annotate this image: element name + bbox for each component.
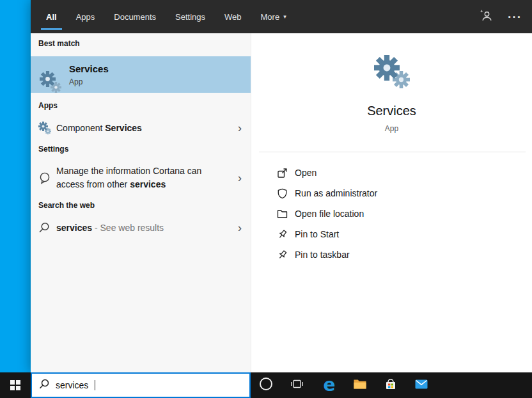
result-text: Manage the information Cortana can acces… xyxy=(56,164,227,191)
search-flyout: All Apps Documents Settings Web More ▾ xyxy=(31,0,532,372)
filter-tabs: All Apps Documents Settings Web More ▾ xyxy=(46,0,532,33)
windows-desktop: All Apps Documents Settings Web More ▾ xyxy=(0,0,532,398)
sign-in-button[interactable] xyxy=(480,9,492,24)
result-web-search[interactable]: services - See web results › xyxy=(31,216,251,239)
action-pin-to-start[interactable]: Pin to Start xyxy=(277,224,524,244)
taskbar-search-box[interactable]: services xyxy=(31,372,251,398)
folder-icon xyxy=(354,379,366,392)
text-cursor xyxy=(95,380,95,390)
result-cortana-settings[interactable]: Manage the information Cortana can acces… xyxy=(31,159,251,197)
tab-all[interactable]: All xyxy=(46,0,57,33)
edge-icon: e xyxy=(324,376,336,394)
open-launch-icon xyxy=(277,168,288,179)
best-match-result-services[interactable]: Services App xyxy=(31,56,251,93)
search-icon xyxy=(38,222,50,234)
section-header-web: Search the web xyxy=(38,201,95,210)
action-label: Pin to Start xyxy=(295,229,339,239)
best-match-subtitle: App xyxy=(69,77,82,86)
preview-subtitle: App xyxy=(251,124,532,133)
search-input-value: services xyxy=(56,380,88,390)
tab-more-label: More xyxy=(261,12,280,22)
edge-button[interactable]: e xyxy=(314,372,345,398)
cortana-circle-icon xyxy=(259,377,273,394)
section-header-apps: Apps xyxy=(38,101,58,110)
windows-logo-icon xyxy=(10,380,21,391)
user-sparkle-icon xyxy=(480,9,492,24)
file-explorer-button[interactable] xyxy=(345,372,375,398)
search-icon xyxy=(39,379,49,392)
chevron-right-icon[interactable]: › xyxy=(238,171,242,184)
result-component-services[interactable]: Component Services › xyxy=(31,116,251,139)
folder-icon xyxy=(277,209,288,219)
action-label: Pin to taskbar xyxy=(295,250,350,260)
chevron-right-icon[interactable]: › xyxy=(238,221,242,234)
tab-documents[interactable]: Documents xyxy=(114,0,156,33)
action-label: Run as administrator xyxy=(295,188,377,198)
action-open-file-location[interactable]: Open file location xyxy=(277,203,524,224)
microsoft-store-button[interactable] xyxy=(375,372,406,398)
task-view-button[interactable] xyxy=(281,372,312,398)
action-label: Open file location xyxy=(295,209,364,219)
search-filter-bar: All Apps Documents Settings Web More ▾ xyxy=(31,0,532,33)
action-run-as-administrator[interactable]: Run as administrator xyxy=(277,183,524,203)
result-text: Component Services xyxy=(56,122,168,135)
chevron-down-icon: ▾ xyxy=(283,13,286,20)
section-header-best-match: Best match xyxy=(38,39,80,48)
task-view-icon xyxy=(291,378,303,392)
pin-icon xyxy=(277,250,288,260)
action-pin-to-taskbar[interactable]: Pin to taskbar xyxy=(277,244,524,265)
pin-icon xyxy=(277,229,288,240)
more-options-icon[interactable]: ··· xyxy=(508,11,522,23)
start-button[interactable] xyxy=(0,372,31,398)
topbar-actions: ··· xyxy=(480,0,522,33)
tab-web[interactable]: Web xyxy=(224,0,242,33)
tab-apps[interactable]: Apps xyxy=(76,0,95,33)
preview-panel: Services App Open xyxy=(251,33,532,372)
best-match-title: Services xyxy=(69,63,109,74)
component-services-icon xyxy=(38,122,51,134)
taskbar: services e xyxy=(0,372,532,398)
result-text: services - See web results xyxy=(56,221,189,235)
chevron-right-icon[interactable]: › xyxy=(238,122,242,134)
results-panel: Best match Services App Apps Component S… xyxy=(31,33,251,372)
action-list: Open Run as administrator xyxy=(277,163,524,265)
cortana-button[interactable] xyxy=(251,372,281,398)
section-header-settings: Settings xyxy=(38,145,68,154)
services-gears-icon-large xyxy=(374,55,410,88)
action-label: Open xyxy=(295,168,317,178)
services-gears-icon xyxy=(40,71,61,93)
divider xyxy=(259,152,526,152)
preview-title: Services xyxy=(251,104,532,118)
mail-envelope-icon xyxy=(415,379,428,392)
cortana-icon xyxy=(38,171,51,184)
tab-settings[interactable]: Settings xyxy=(175,0,205,33)
store-bag-icon xyxy=(385,378,396,393)
action-open[interactable]: Open xyxy=(277,163,524,183)
admin-shield-icon xyxy=(277,188,288,199)
mail-button[interactable] xyxy=(406,372,437,398)
tab-more[interactable]: More ▾ xyxy=(261,0,286,33)
